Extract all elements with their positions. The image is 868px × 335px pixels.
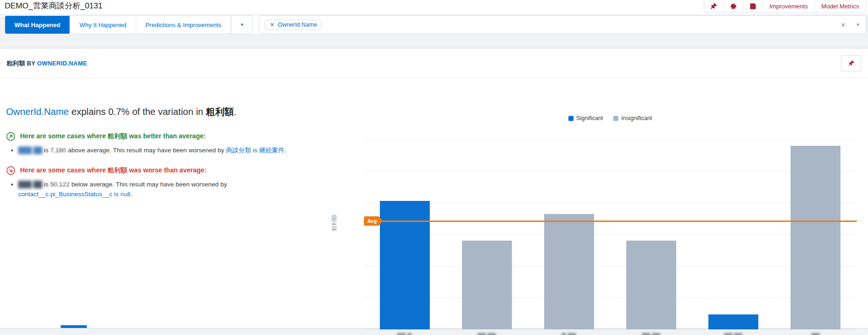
card-title: 粗利額 BY OWNERID.NAME [7, 59, 87, 68]
chart-legend: SignificantInsignificant [364, 115, 857, 121]
y-axis-title: 粗利額 [330, 214, 338, 231]
average-line: Avg [364, 221, 857, 222]
x-tick-label: ██ ██ [610, 333, 693, 335]
headline-field-link[interactable]: OwnerId.Name [6, 107, 69, 117]
better-cases-list: ███ ██ is 7,160 above average. This resu… [6, 146, 312, 156]
x-axis-labels: ██ ███ ███ ████ ████ ████ [364, 333, 857, 335]
x-tick-label: █ ██ [528, 333, 610, 335]
amount-above-average: 7,160 [50, 147, 66, 154]
chart-plot: Avg [364, 140, 857, 329]
x-tick-label: ██ [775, 333, 857, 335]
settings-button[interactable] [723, 0, 743, 12]
x-tick-label: ██ ██ [446, 333, 528, 335]
insight-card: 粗利額 BY OWNERID.NAME OwnerId.Name explain… [0, 48, 868, 328]
average-tag: Avg [364, 216, 379, 226]
chevron-down-icon: ▼ [240, 22, 244, 27]
amount-below-average: 50,122 [50, 181, 70, 188]
legend-label: Insignificant [621, 115, 652, 121]
tab-predictions-improvements[interactable]: Predictions & Improvements [136, 16, 231, 34]
headline-text: explains [69, 107, 109, 117]
bar-3[interactable] [544, 214, 594, 329]
insight-headline: OwnerId.Name explains 0.7% of the variat… [6, 106, 312, 118]
tabs-dropdown-button[interactable]: ▼ [231, 15, 253, 34]
chip-label: OwnerId.Name [278, 21, 317, 28]
bar-4[interactable] [626, 241, 676, 329]
filter-clear-icon[interactable]: ✕ [840, 21, 846, 29]
worse-cases-heading-text: Here are some cases where 粗利額 was worse … [20, 166, 206, 175]
worse-cases-heading: Here are some cases where 粗利額 was worse … [6, 166, 312, 175]
card-header: 粗利額 BY OWNERID.NAME [0, 49, 868, 78]
tab-why-it-happened[interactable]: Why It Happened [70, 16, 136, 34]
card-pin-button[interactable] [841, 55, 861, 71]
x-tick-label: ██ ██ [693, 333, 775, 335]
toolbar-row: What HappenedWhy It HappenedPredictions … [5, 15, 866, 34]
legend-swatch [613, 116, 618, 121]
redacted-owner-name: ███ ██ [18, 147, 42, 154]
bar-chart: SignificantInsignificant 粗利額 Avg ██ ███ … [308, 109, 862, 326]
chart-bars [364, 140, 857, 329]
better-cases-heading-text: Here are some cases where 粗利額 was better… [20, 132, 206, 141]
pin-button[interactable] [704, 0, 723, 12]
bar-1[interactable] [380, 201, 430, 329]
legend-label: Significant [576, 115, 603, 121]
gear-icon [730, 3, 737, 10]
better-case-item: ███ ██ is 7,160 above average. This resu… [18, 146, 312, 156]
insight-text-panel: OwnerId.Name explains 0.7% of the variat… [6, 106, 312, 201]
bar-slot [528, 140, 610, 329]
card-title-metric: 粗利額 [7, 60, 25, 67]
filter-chip-ownerid-name[interactable]: ✕ OwnerId.Name [265, 20, 322, 30]
bar-slot [364, 140, 446, 329]
bar-2[interactable] [462, 241, 512, 329]
bar-slot [610, 140, 693, 329]
headline-percent: 0.7% [108, 107, 130, 117]
headline-metric: 粗利額 [206, 107, 234, 117]
bar-6[interactable] [791, 146, 840, 329]
next-card-bar-peek [61, 325, 87, 328]
chip-remove-icon[interactable]: ✕ [270, 22, 274, 28]
bar-slot [775, 140, 857, 329]
model-metrics-button[interactable]: Model Metrics [814, 0, 866, 12]
worse-case-item: ███ ██ is 50,122 below average. This res… [18, 180, 312, 200]
save-icon [749, 3, 756, 10]
filter-bar[interactable]: ✕ OwnerId.Name ✕ ▼ [259, 15, 866, 34]
tab-what-happened[interactable]: What Happened [5, 16, 70, 34]
headline-text: . [234, 107, 237, 117]
bar-slot [446, 140, 528, 329]
better-cases-heading: Here are some cases where 粗利額 was better… [6, 132, 312, 141]
x-tick-label: ██ █ [364, 333, 446, 335]
headline-text: of the variation in [130, 107, 206, 117]
filter-bar-controls: ✕ ▼ [840, 21, 860, 29]
card-title-by: BY [25, 60, 37, 67]
pin-icon [848, 60, 855, 67]
factor-link-deal-category[interactable]: 商談分類 is 継続案件 [226, 147, 284, 154]
save-button[interactable] [743, 0, 763, 12]
bar-5[interactable] [708, 314, 758, 329]
factor-link-business-status[interactable]: contact__c.pi_BusinessStatus__c is null [18, 191, 130, 198]
improvements-button[interactable]: Improvements [763, 0, 814, 12]
top-header: DEMO_営業商談分析_0131 Improvements Model Metr… [0, 0, 868, 14]
redacted-owner-name: ███ ██ [18, 181, 42, 188]
pin-icon [710, 3, 717, 10]
legend-item-significant[interactable]: Significant [568, 115, 603, 121]
page-title: DEMO_営業商談分析_0131 [5, 0, 103, 11]
card-body: OwnerId.Name explains 0.7% of the variat… [0, 78, 868, 328]
legend-swatch [568, 116, 574, 121]
legend-item-insignificant[interactable]: Insignificant [613, 115, 652, 121]
filter-dropdown-icon[interactable]: ▼ [856, 22, 860, 27]
arrow-up-right-circle-icon [6, 132, 15, 141]
tab-group: What HappenedWhy It HappenedPredictions … [5, 15, 231, 34]
bar-slot [693, 140, 775, 329]
card-title-field-link[interactable]: OWNERID.NAME [37, 60, 87, 67]
worse-cases-list: ███ ██ is 50,122 below average. This res… [6, 180, 312, 200]
header-action-group: Improvements Model Metrics [704, 0, 866, 13]
arrow-down-right-circle-icon [6, 166, 15, 175]
